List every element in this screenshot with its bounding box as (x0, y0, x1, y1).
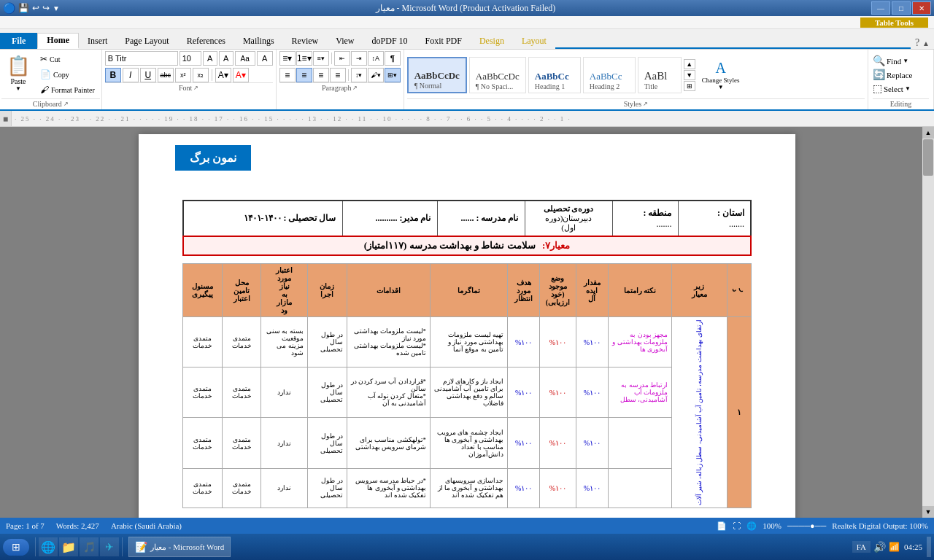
paste-button[interactable]: 📋 Paste ▼ (1, 51, 35, 98)
explorer-icon[interactable]: 📁 (59, 537, 78, 556)
view-fullscreen[interactable]: ⛶ (733, 521, 741, 530)
borders-btn[interactable]: ⊞▾ (385, 68, 401, 82)
active-app-btn[interactable]: 📝 معیار - Microsoft Word (128, 537, 231, 557)
maximize-btn[interactable]: □ (892, 1, 911, 15)
editing-label: Editing (890, 100, 911, 108)
ribbon-collapse[interactable]: ▲ (922, 39, 930, 47)
redo-btn[interactable]: ↪ (42, 3, 50, 14)
minimize-btn[interactable]: — (871, 1, 890, 15)
tab-page-layout[interactable]: Page Layout (116, 33, 177, 49)
styles-expand[interactable]: ⊞ (684, 81, 695, 91)
paragraph-group: ≡▾ 1≡▾ ≡▾ ⇤ ⇥ ↕A ¶ ≡ ≡ ≡ ≡ ↕▾ 🖌▾ (277, 50, 404, 109)
scroll-up-btn[interactable]: ▲ (922, 127, 934, 139)
media-icon[interactable]: 🎵 (80, 537, 99, 556)
highlight-btn[interactable]: A▾ (215, 68, 231, 82)
align-center-btn[interactable]: ≡ (296, 68, 312, 82)
styles-label: Styles (624, 100, 641, 108)
multilevel-btn[interactable]: ≡▾ (313, 51, 329, 66)
clipboard-expand[interactable]: ↗ (63, 101, 69, 107)
col-time: زماناجرا (307, 264, 347, 317)
language-indicator[interactable]: Arabic (Saudi Arabia) (111, 521, 182, 530)
volume-icon[interactable]: 🔊 (873, 541, 886, 553)
bullets-btn[interactable]: ≡▾ (279, 51, 296, 66)
styles-scroll-down[interactable]: ▼ (684, 70, 695, 80)
font-color-btn[interactable]: A▾ (233, 68, 249, 82)
tab-mailings[interactable]: Mailings (234, 33, 283, 49)
replace-button[interactable]: 🔄 Replace (873, 69, 929, 81)
undo-btn[interactable]: ↩ (32, 3, 39, 14)
bold-btn[interactable]: B (105, 68, 121, 82)
shading-btn[interactable]: 🖌▾ (368, 68, 384, 82)
tab-insert[interactable]: Insert (79, 33, 116, 49)
معیار-text: سلامت نشاط و بهداشت مدرسه (۱۱۷امتیاز) (364, 240, 536, 251)
start-button[interactable]: ⊞ (3, 539, 29, 556)
format-painter-button[interactable]: 🖌 Format Painter (36, 83, 99, 97)
paragraph-expand[interactable]: ↗ (352, 85, 358, 91)
tab-dopdf[interactable]: doPDF 10 (363, 33, 417, 49)
ribbon-help[interactable]: ? (915, 37, 919, 49)
underline-btn[interactable]: U (140, 68, 156, 82)
font-size-input[interactable] (180, 51, 201, 66)
subscript-btn[interactable]: x₂ (193, 68, 209, 82)
show-desktop[interactable] (927, 537, 931, 557)
zoom-slider[interactable]: ────●── (787, 521, 826, 530)
italic-btn[interactable]: I (123, 68, 139, 82)
tab-references[interactable]: References (178, 33, 234, 49)
sort-btn[interactable]: ↕A (368, 51, 384, 66)
tab-review[interactable]: Review (283, 33, 328, 49)
table-header-row: رد زیرمعیار نکته رامتما مقدارایدهآل وضعم… (183, 264, 752, 317)
copy-button[interactable]: 📄 Copy (36, 68, 99, 82)
superscript-btn[interactable]: x² (175, 68, 191, 82)
quick-save[interactable]: 💾 (18, 3, 29, 14)
quick-access-arrow[interactable]: ▼ (53, 4, 60, 12)
decrease-indent-btn[interactable]: ⇤ (334, 51, 350, 66)
taskbar: ⊞ 🌐 📁 🎵 ✈ 📝 معیار - Microsoft Word FA 🔊 … (0, 534, 934, 560)
change-styles-button[interactable]: A Change Styles ▼ (698, 57, 744, 93)
style-normal[interactable]: AaBbCcDc ¶ Normal (407, 57, 467, 93)
tab-view[interactable]: View (327, 33, 363, 49)
font-shrink-btn[interactable]: A (219, 51, 234, 66)
font-name-input[interactable] (105, 51, 178, 66)
tab-layout[interactable]: Layout (513, 33, 555, 49)
telegram-icon[interactable]: ✈ (100, 537, 119, 556)
scroll-down-btn[interactable]: ▼ (922, 506, 934, 518)
find-button[interactable]: 🔍 Find ▼ (873, 55, 929, 67)
font-grow-btn[interactable]: A (203, 51, 217, 66)
line-spacing-btn[interactable]: ↕▾ (351, 68, 367, 82)
view-web[interactable]: 🌐 (746, 521, 757, 531)
style-heading2[interactable]: AaBbCc Heading 2 (583, 57, 636, 93)
align-right-btn[interactable]: ≡ (313, 68, 329, 82)
cut-button[interactable]: ✂ Cut (36, 52, 99, 66)
col-sub-معیار: زیرمعیار (671, 264, 727, 317)
principal-cell: نام مدیر: .......... (342, 201, 437, 236)
style-heading1[interactable]: AaBbCc Heading 1 (528, 57, 581, 93)
style-title[interactable]: AaBl Title (638, 57, 682, 93)
header-button[interactable]: نمون برگ (175, 145, 251, 171)
tab-design[interactable]: Design (471, 33, 513, 49)
tab-foxit[interactable]: Foxit PDF (417, 33, 471, 49)
معیار-label: معیار۷: (542, 240, 570, 251)
style-no-spacing[interactable]: AaBbCcDc ¶ No Spaci... (469, 57, 526, 93)
styles-expand-btn[interactable]: ↗ (643, 101, 648, 107)
col-rd: رد (727, 264, 752, 317)
clear-format-btn[interactable]: A (257, 51, 273, 66)
tab-file[interactable]: File (0, 33, 37, 49)
vertical-scrollbar[interactable]: ▲ ▼ (922, 127, 934, 518)
select-button[interactable]: ⬚ Select ▼ (873, 82, 929, 95)
scroll-thumb[interactable] (923, 139, 933, 176)
strikethrough-btn[interactable]: abc (158, 68, 174, 82)
align-left-btn[interactable]: ≡ (279, 68, 296, 82)
close-btn[interactable]: ✕ (912, 1, 931, 15)
change-case-btn[interactable]: Aa (235, 51, 255, 66)
network-icon[interactable]: 📶 (889, 542, 900, 553)
lang-indicator[interactable]: FA (852, 541, 871, 553)
justify-btn[interactable]: ≡ (330, 68, 346, 82)
show-marks-btn[interactable]: ¶ (385, 51, 401, 66)
ie-icon[interactable]: 🌐 (39, 537, 58, 556)
view-print[interactable]: 📄 (717, 521, 727, 531)
styles-scroll-up[interactable]: ▲ (684, 59, 695, 69)
numbering-btn[interactable]: 1≡▾ (296, 51, 312, 66)
increase-indent-btn[interactable]: ⇥ (351, 51, 367, 66)
font-expand[interactable]: ↗ (193, 85, 198, 91)
tab-home[interactable]: Home (37, 33, 79, 49)
